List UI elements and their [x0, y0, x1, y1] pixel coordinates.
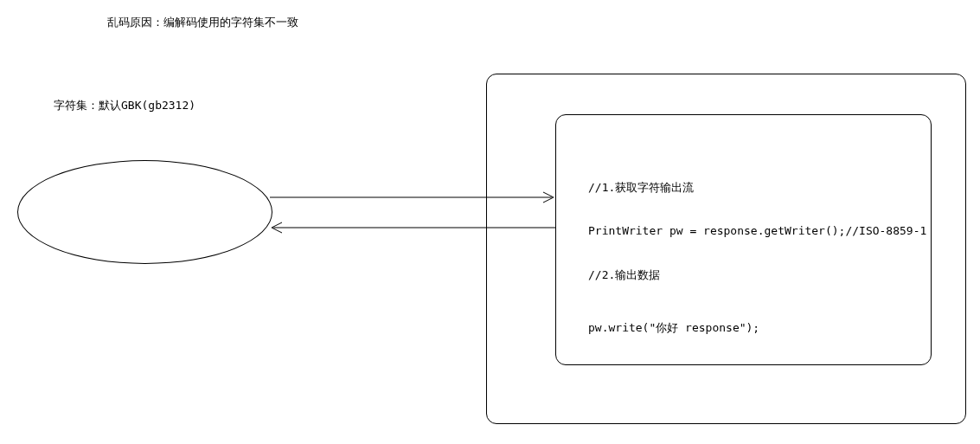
title-text: 乱码原因：编解码使用的字符集不一致	[107, 15, 298, 30]
diagram-container: 乱码原因：编解码使用的字符集不一致 字符集：默认GBK(gb2312) //1.…	[0, 0, 980, 444]
charset-label: 字符集：默认GBK(gb2312)	[54, 98, 195, 113]
code-line-write: pw.write("你好 response");	[588, 321, 926, 336]
code-comment-1: //1.获取字符输出流	[588, 181, 926, 196]
code-line-printwriter: PrintWriter pw = response.getWriter();//…	[588, 224, 926, 239]
ellipse-shape	[17, 160, 272, 264]
code-block: //1.获取字符输出流 PrintWriter pw = response.ge…	[588, 151, 926, 364]
arrowhead-left	[272, 222, 282, 233]
code-comment-2: //2.输出数据	[588, 268, 926, 283]
